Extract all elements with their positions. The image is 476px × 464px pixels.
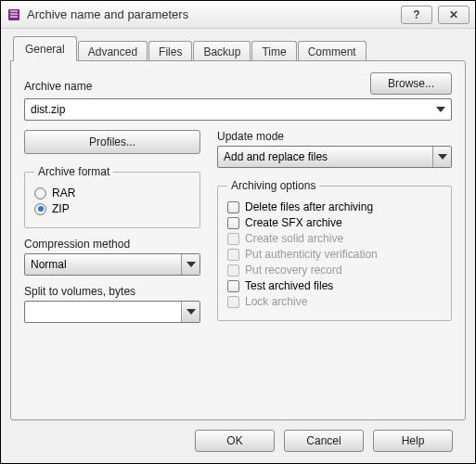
tab-general[interactable]: General: [13, 36, 77, 61]
check-test-archived[interactable]: Test archived files: [227, 279, 442, 292]
check-label: Put recovery record: [245, 264, 342, 277]
close-button[interactable]: ✕: [438, 6, 470, 24]
right-column: Update mode Add and replace files Archiv…: [217, 130, 452, 330]
archive-name-label: Archive name: [24, 80, 92, 93]
left-column: Profiles... Archive format RAR ZIP Compr…: [24, 130, 200, 330]
check-delete-after[interactable]: Delete files after archiving: [227, 200, 442, 213]
update-mode-select[interactable]: Add and replace files: [217, 146, 452, 168]
checkbox-icon: [227, 201, 239, 213]
archiving-options-legend: Archiving options: [227, 179, 319, 192]
check-label: Put authenticity verification: [245, 248, 378, 261]
update-mode-value: Add and replace files: [224, 150, 328, 163]
help-footer-button[interactable]: Help: [373, 430, 453, 452]
checkbox-icon: [227, 233, 239, 245]
check-label: Create solid archive: [245, 232, 343, 245]
checkbox-icon: [227, 249, 239, 261]
split-volumes-label: Split to volumes, bytes: [24, 285, 200, 298]
dropdown-arrow: [181, 254, 199, 275]
browse-button[interactable]: Browse...: [370, 72, 452, 95]
radio-rar[interactable]: RAR: [34, 187, 190, 200]
dropdown-arrow: [432, 147, 451, 167]
archiving-options-group: Archiving options Delete files after arc…: [217, 179, 452, 321]
app-icon: [6, 7, 21, 22]
check-create-sfx[interactable]: Create SFX archive: [227, 216, 442, 229]
check-authenticity: Put authenticity verification: [227, 248, 442, 261]
dialog-window: Archive name and parameters ? ✕ General …: [0, 0, 476, 464]
profiles-button[interactable]: Profiles...: [24, 130, 200, 154]
tab-time[interactable]: Time: [251, 41, 296, 61]
help-button[interactable]: ?: [401, 6, 432, 24]
compression-method-label: Compression method: [24, 238, 200, 251]
update-mode-label: Update mode: [217, 130, 452, 143]
svg-rect-1: [10, 10, 18, 12]
checkbox-icon: [227, 280, 239, 292]
tab-comment[interactable]: Comment: [298, 41, 367, 61]
svg-rect-3: [10, 16, 18, 18]
check-lock-archive: Lock archive: [227, 295, 442, 308]
window-controls: ? ✕: [401, 6, 470, 24]
tab-strip: General Advanced Files Backup Time Comme…: [10, 36, 466, 61]
ok-button[interactable]: OK: [195, 430, 275, 452]
radio-icon: [34, 203, 46, 215]
check-label: Lock archive: [245, 295, 307, 308]
svg-rect-2: [10, 13, 18, 15]
window-title: Archive name and parameters: [27, 7, 401, 21]
content-area: General Advanced Files Backup Time Comme…: [1, 29, 475, 459]
checkbox-icon: [227, 217, 239, 229]
check-label: Delete files after archiving: [245, 200, 373, 213]
cancel-button[interactable]: Cancel: [284, 430, 364, 452]
checkbox-icon: [227, 264, 239, 277]
archive-name-input[interactable]: dist.zip: [24, 98, 452, 121]
chevron-down-icon: [187, 262, 196, 267]
checkbox-icon: [227, 296, 239, 308]
chevron-down-icon: [438, 154, 447, 160]
radio-zip-label: ZIP: [52, 202, 70, 215]
radio-icon: [34, 187, 46, 200]
compression-method-select[interactable]: Normal: [24, 253, 200, 276]
dropdown-arrow: [181, 302, 199, 322]
tab-advanced[interactable]: Advanced: [78, 41, 148, 61]
chevron-down-icon: [436, 107, 445, 112]
titlebar: Archive name and parameters ? ✕: [1, 1, 475, 29]
archive-name-value: dist.zip: [31, 103, 65, 116]
tab-panel-general: Archive name Browse... dist.zip Profiles…: [10, 60, 466, 420]
tab-files[interactable]: Files: [148, 41, 192, 61]
compression-method-value: Normal: [31, 258, 67, 271]
check-recovery-record: Put recovery record: [227, 264, 442, 277]
check-create-solid: Create solid archive: [227, 232, 442, 245]
tab-backup[interactable]: Backup: [193, 41, 251, 61]
archive-format-group: Archive format RAR ZIP: [24, 165, 200, 228]
dialog-footer: OK Cancel Help: [10, 420, 466, 452]
check-label: Test archived files: [245, 279, 333, 292]
radio-rar-label: RAR: [52, 187, 75, 200]
split-volumes-input[interactable]: [24, 301, 200, 323]
archive-format-legend: Archive format: [34, 165, 113, 178]
check-label: Create SFX archive: [245, 216, 342, 229]
chevron-down-icon: [187, 309, 196, 315]
radio-zip[interactable]: ZIP: [34, 202, 190, 215]
